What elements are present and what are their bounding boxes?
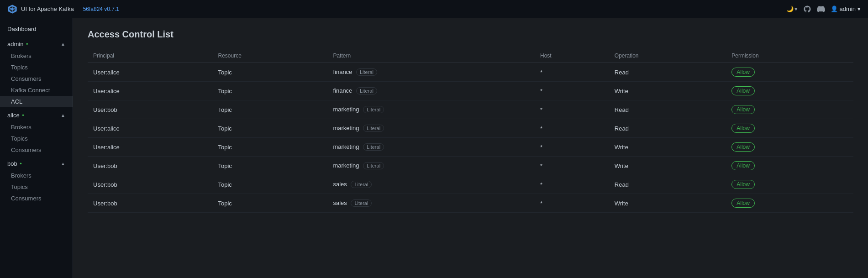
badge-literal: Literal xyxy=(356,87,377,94)
table-row: User:aliceTopicmarketing Literal*WriteAl… xyxy=(88,138,853,157)
acl-table-head: Principal Resource Pattern Host Operatio… xyxy=(88,49,853,63)
cell-host: * xyxy=(535,138,609,157)
cell-resource: Topic xyxy=(212,100,327,119)
topnav-right: 🌙 ▾ 👤 admin ▾ xyxy=(786,5,861,13)
sidebar-section-header-admin[interactable]: admin • ▲ xyxy=(0,38,73,50)
cell-principal: User:bob xyxy=(88,175,212,194)
svg-point-2 xyxy=(11,8,14,10)
table-row: User:bobTopicsales Literal*WriteAllow xyxy=(88,194,853,213)
sidebar-item-alice-topics[interactable]: Topics xyxy=(0,133,73,144)
sidebar-item-admin-kafka-connect[interactable]: Kafka Connect xyxy=(0,84,73,96)
cell-permission: Allow xyxy=(726,138,853,157)
cell-host: * xyxy=(535,82,609,100)
col-resource: Resource xyxy=(212,49,327,63)
badge-allow: Allow xyxy=(731,86,755,95)
badge-literal: Literal xyxy=(363,143,384,151)
cell-resource: Topic xyxy=(212,175,327,194)
sidebar-section-admin: admin • ▲ Brokers Topics Consumers Kafka… xyxy=(0,38,73,107)
sidebar-item-bob-consumers[interactable]: Consumers xyxy=(0,193,73,204)
sidebar-item-bob-topics[interactable]: Topics xyxy=(0,181,73,193)
topnav-theme-toggle[interactable]: 🌙 ▾ xyxy=(786,5,798,12)
github-icon[interactable] xyxy=(803,5,811,13)
sidebar-item-admin-topics[interactable]: Topics xyxy=(0,62,73,73)
kafka-logo-icon xyxy=(7,4,17,14)
col-pattern: Pattern xyxy=(327,49,535,63)
badge-allow: Allow xyxy=(731,161,755,170)
topnav-logo-text: UI for Apache Kafka xyxy=(21,5,74,12)
badge-literal: Literal xyxy=(351,199,372,207)
topnav-user-label: admin xyxy=(840,5,856,12)
cell-host: * xyxy=(535,63,609,82)
topnav: UI for Apache Kafka 56fa824 v0.7.1 🌙 ▾ 👤… xyxy=(0,0,868,18)
sidebar-item-bob-brokers[interactable]: Brokers xyxy=(0,170,73,181)
table-row: User:bobTopicmarketing Literal*WriteAllo… xyxy=(88,157,853,175)
cell-permission: Allow xyxy=(726,194,853,213)
cell-operation: Read xyxy=(609,175,726,194)
sidebar-item-alice-consumers[interactable]: Consumers xyxy=(0,144,73,156)
cell-operation: Read xyxy=(609,63,726,82)
badge-allow: Allow xyxy=(731,68,755,77)
cell-pattern: marketing Literal xyxy=(327,119,535,138)
sidebar-section-header-bob[interactable]: bob • ▲ xyxy=(0,157,73,170)
sidebar-item-dashboard[interactable]: Dashboard xyxy=(0,22,73,36)
sidebar-item-admin-acl[interactable]: ACL xyxy=(0,96,73,107)
col-permission: Permission xyxy=(726,49,853,63)
cell-pattern: marketing Literal xyxy=(327,157,535,175)
sidebar-section-header-alice[interactable]: alice • ▲ xyxy=(0,109,73,121)
badge-literal: Literal xyxy=(363,125,384,132)
discord-icon[interactable] xyxy=(817,5,825,13)
sidebar-section-alice: alice • ▲ Brokers Topics Consumers xyxy=(0,109,73,156)
table-row: User:bobTopicmarketing Literal*ReadAllow xyxy=(88,100,853,119)
sidebar-item-admin-brokers[interactable]: Brokers xyxy=(0,50,73,62)
cell-pattern: marketing Literal xyxy=(327,138,535,157)
layout: Dashboard admin • ▲ Brokers Topics Consu… xyxy=(0,18,868,278)
badge-allow: Allow xyxy=(731,124,755,133)
table-row: User:bobTopicsales Literal*ReadAllow xyxy=(88,175,853,194)
cell-operation: Write xyxy=(609,194,726,213)
sidebar-section-chevron-admin: ▲ xyxy=(61,42,65,47)
user-chevron: ▾ xyxy=(857,5,861,12)
cell-operation: Write xyxy=(609,138,726,157)
cell-resource: Topic xyxy=(212,63,327,82)
cell-operation: Read xyxy=(609,100,726,119)
topnav-version: 56fa824 v0.7.1 xyxy=(83,6,119,12)
acl-table: Principal Resource Pattern Host Operatio… xyxy=(88,49,853,213)
cell-resource: Topic xyxy=(212,119,327,138)
acl-table-body: User:aliceTopicfinance Literal*ReadAllow… xyxy=(88,63,853,213)
table-row: User:aliceTopicmarketing Literal*ReadAll… xyxy=(88,119,853,138)
cell-resource: Topic xyxy=(212,82,327,100)
cell-resource: Topic xyxy=(212,194,327,213)
theme-chevron: ▾ xyxy=(794,5,798,12)
topnav-user-menu[interactable]: 👤 admin ▾ xyxy=(831,5,861,12)
col-principal: Principal xyxy=(88,49,212,63)
sidebar-section-label-bob: bob • xyxy=(7,160,22,167)
cell-resource: Topic xyxy=(212,138,327,157)
cell-principal: User:alice xyxy=(88,82,212,100)
user-icon: 👤 xyxy=(831,5,838,12)
sidebar-item-alice-brokers[interactable]: Brokers xyxy=(0,121,73,133)
cell-principal: User:bob xyxy=(88,100,212,119)
cell-permission: Allow xyxy=(726,100,853,119)
cell-principal: User:bob xyxy=(88,194,212,213)
cell-resource: Topic xyxy=(212,157,327,175)
sidebar: Dashboard admin • ▲ Brokers Topics Consu… xyxy=(0,18,73,278)
cell-permission: Allow xyxy=(726,175,853,194)
acl-table-header-row: Principal Resource Pattern Host Operatio… xyxy=(88,49,853,63)
badge-literal: Literal xyxy=(351,181,372,188)
cell-host: * xyxy=(535,194,609,213)
cell-permission: Allow xyxy=(726,157,853,175)
sidebar-section-chevron-bob: ▲ xyxy=(61,161,65,166)
cell-principal: User:alice xyxy=(88,119,212,138)
cell-host: * xyxy=(535,175,609,194)
badge-allow: Allow xyxy=(731,199,755,208)
col-operation: Operation xyxy=(609,49,726,63)
badge-allow: Allow xyxy=(731,142,755,152)
sidebar-item-admin-consumers[interactable]: Consumers xyxy=(0,73,73,84)
page-title: Access Control List xyxy=(88,29,853,40)
table-row: User:aliceTopicfinance Literal*ReadAllow xyxy=(88,63,853,82)
cell-host: * xyxy=(535,100,609,119)
cell-permission: Allow xyxy=(726,63,853,82)
alice-dot: • xyxy=(22,112,24,119)
badge-allow: Allow xyxy=(731,180,755,189)
col-host: Host xyxy=(535,49,609,63)
